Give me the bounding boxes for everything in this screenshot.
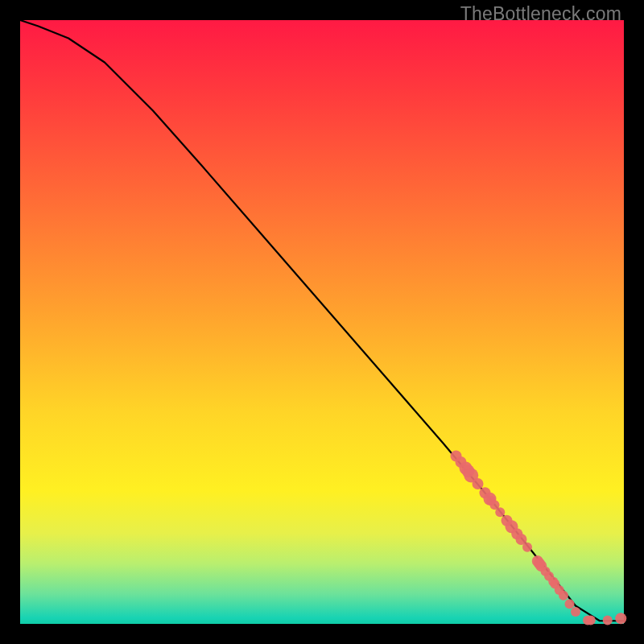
scatter-point xyxy=(565,599,575,609)
chart-stage: TheBottleneck.com xyxy=(0,0,644,644)
scatter-point xyxy=(615,613,626,624)
scatter-points xyxy=(451,451,627,625)
watermark-text: TheBottleneck.com xyxy=(460,3,621,25)
plot-area xyxy=(20,20,624,624)
chart-overlay xyxy=(20,20,624,624)
scatter-point xyxy=(522,543,532,552)
scatter-point xyxy=(473,478,484,489)
scatter-point xyxy=(571,607,580,617)
scatter-point xyxy=(603,616,613,625)
scatter-point xyxy=(495,507,505,517)
scatter-point xyxy=(559,591,568,601)
scatter-point xyxy=(586,616,596,625)
curve-line xyxy=(20,20,624,621)
